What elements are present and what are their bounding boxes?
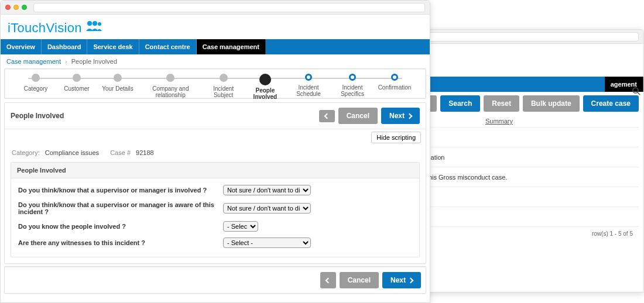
prev-button-footer[interactable] — [320, 272, 336, 288]
form-row: Do you think/know that a supervisor or m… — [11, 182, 419, 198]
step-dot-icon — [349, 74, 356, 81]
svg-point-2 — [87, 21, 92, 26]
step-category[interactable]: Category — [15, 74, 56, 92]
step-label: People Involved — [244, 87, 287, 100]
stepper: CategoryCustomerYour DetailsCompany and … — [4, 68, 426, 99]
form-select-3[interactable]: - Select - — [223, 237, 311, 248]
window-minimize-icon[interactable] — [13, 5, 19, 10]
title-bar — [1, 1, 430, 15]
chevron-left-icon — [324, 113, 330, 119]
step-incident-specifics[interactable]: Incident Specifics — [331, 74, 374, 97]
cancel-button[interactable]: Cancel — [338, 108, 378, 124]
svg-point-4 — [98, 22, 101, 26]
cancel-button-footer[interactable]: Cancel — [340, 272, 379, 288]
brand: iTouchVision — [1, 15, 430, 39]
window-close-icon[interactable] — [5, 5, 11, 10]
step-customer[interactable]: Customer — [56, 74, 97, 92]
step-dot-icon — [73, 74, 81, 82]
step-dot-icon — [114, 74, 122, 82]
form-panel: People Involved Cancel Next Hide scripti… — [4, 102, 426, 264]
nav-item-dashboard[interactable]: Dashboard — [42, 39, 87, 54]
chevron-left-icon — [325, 277, 331, 283]
step-dot-icon — [32, 74, 40, 82]
step-company-and-relationship[interactable]: Company and relationship — [138, 74, 203, 98]
step-dot-icon — [220, 74, 228, 82]
step-dot-icon — [305, 74, 312, 81]
bulk-update-button[interactable]: Bulk update — [523, 95, 580, 112]
nav-item-service-desk[interactable]: Service desk — [87, 39, 139, 54]
form-row: Are there any witnesses to this incident… — [11, 235, 419, 251]
step-label: Your Details — [102, 85, 133, 92]
navbar: OverviewDashboardService deskContact cen… — [1, 39, 430, 54]
next-button-footer[interactable]: Next — [382, 272, 421, 288]
finder-icon[interactable] — [632, 87, 641, 98]
form-select-0[interactable]: Not sure / don't want to disclose — [223, 185, 311, 195]
svg-point-3 — [93, 21, 97, 26]
create-case-button[interactable]: Create case — [583, 95, 639, 112]
step-label: Incident Specifics — [331, 84, 374, 97]
url-bar[interactable] — [33, 3, 425, 12]
step-dot-icon — [166, 74, 174, 82]
step-incident-schedule[interactable]: Incident Schedule — [286, 74, 331, 97]
breadcrumb: Case management › People Involved — [1, 54, 430, 68]
search-button[interactable]: Search — [440, 95, 480, 112]
step-label: Incident Schedule — [286, 84, 331, 97]
chevron-right-icon — [408, 277, 414, 283]
form-label: Do you think/know that a supervisor or m… — [18, 187, 223, 194]
step-people-involved[interactable]: People Involved — [244, 74, 287, 100]
nav-item-contact-centre[interactable]: Contact centre — [139, 39, 197, 54]
step-label: Incident Subject — [203, 85, 244, 98]
hide-scripting-button[interactable]: Hide scripting — [371, 132, 421, 143]
form-label: Do you know the people involved ? — [18, 223, 223, 230]
chevron-right-icon: › — [65, 58, 67, 65]
subpanel-title: People Involved — [11, 163, 419, 178]
window-maximize-icon[interactable] — [22, 5, 27, 10]
step-confirmation[interactable]: Confirmation — [374, 74, 415, 91]
step-dot-icon — [259, 74, 271, 85]
form-row: Do you know the people involved ?- Selec… — [11, 218, 419, 235]
form-row: Do you think/know that a supervisor or m… — [11, 198, 419, 218]
breadcrumb-current: People Involved — [71, 58, 117, 65]
brand-text: iTouchVision — [8, 20, 82, 35]
form-select-2[interactable]: - Select - — [223, 221, 258, 232]
chevron-right-icon — [407, 113, 413, 119]
step-dot-icon — [391, 74, 398, 81]
breadcrumb-root[interactable]: Case management — [6, 58, 61, 65]
reset-button[interactable]: Reset — [484, 95, 519, 112]
step-your-details[interactable]: Your Details — [97, 74, 138, 92]
step-label: Category — [24, 85, 48, 92]
form-label: Do you think/know that a supervisor or m… — [18, 201, 223, 215]
panel-title: People Involved — [11, 112, 64, 120]
step-label: Confirmation — [378, 84, 412, 91]
next-button[interactable]: Next — [381, 108, 420, 124]
prev-button[interactable] — [319, 110, 335, 122]
nav-item-overview[interactable]: Overview — [1, 39, 42, 54]
form-label: Are there any witnesses to this incident… — [18, 239, 223, 246]
step-label: Customer — [64, 85, 89, 92]
svg-line-1 — [638, 92, 640, 95]
nav-item-case-management[interactable]: Case management — [197, 39, 266, 54]
svg-point-0 — [633, 88, 638, 93]
step-label: Company and relationship — [138, 85, 203, 98]
people-icon — [85, 19, 102, 34]
case-meta: Category: Compliance issues Case # 92188 — [5, 146, 426, 160]
form-select-1[interactable]: Not sure / don't want to disclose — [223, 203, 311, 214]
step-incident-subject[interactable]: Incident Subject — [203, 74, 244, 98]
